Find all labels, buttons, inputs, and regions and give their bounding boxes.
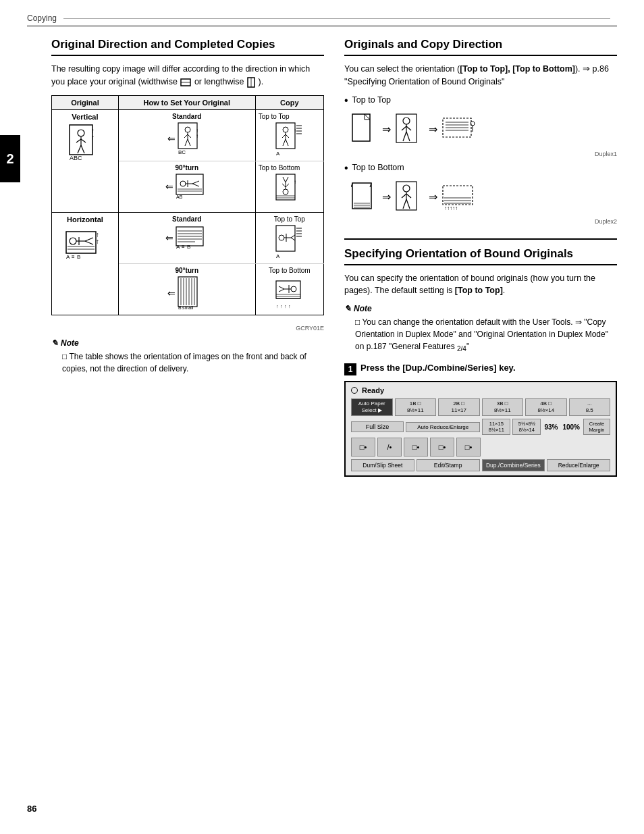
svg-line-30 bbox=[286, 139, 288, 146]
orientation-table: Original How to Set Your Original Copy V… bbox=[51, 95, 324, 315]
svg-line-62 bbox=[85, 238, 93, 241]
dup-combine-btn[interactable]: Dup./Combine/Series bbox=[482, 459, 545, 471]
top-to-top-diagram: ⇒ ⇒ bbox=[351, 111, 617, 148]
percent-93: 93% bbox=[543, 423, 559, 431]
svg-point-81 bbox=[279, 235, 284, 240]
top-to-bottom-person bbox=[395, 179, 425, 215]
lcd-header: Ready bbox=[351, 386, 610, 394]
svg-text:↑: ↑ bbox=[276, 304, 279, 309]
svg-line-86 bbox=[291, 238, 295, 240]
svg-point-5 bbox=[78, 130, 84, 136]
left-note-section: ✎ Note □ The table shows the orientation… bbox=[51, 338, 324, 375]
right-section1-heading: Originals and Copy Direction bbox=[344, 37, 617, 56]
lengthwise-icon bbox=[246, 76, 256, 88]
arrow-3: ⇒ bbox=[382, 190, 391, 203]
reduce-enlarge-btn[interactable]: Reduce/Enlarge bbox=[547, 459, 610, 471]
svg-line-143 bbox=[406, 194, 411, 198]
svg-line-51 bbox=[286, 184, 289, 187]
svg-text:A: A bbox=[276, 253, 280, 259]
duplex2-label: Duplex2 bbox=[344, 218, 617, 225]
svg-line-125 bbox=[406, 132, 410, 141]
svg-line-8 bbox=[81, 139, 86, 142]
svg-line-50 bbox=[282, 184, 286, 187]
svg-text:B: B bbox=[178, 305, 182, 310]
paper-buttons-row: Auto PaperSelect ▶ 1B □8½×11 2B □11×17 3… bbox=[351, 398, 610, 417]
top-to-top-paper1 bbox=[351, 113, 378, 147]
svg-point-25 bbox=[283, 127, 288, 132]
horizontal-original-diagram: A ≡ B ↑ ↑ bbox=[65, 226, 105, 260]
svg-line-18 bbox=[188, 134, 191, 138]
main-content: Original Direction and Completed Copies … bbox=[51, 37, 617, 477]
svg-point-15 bbox=[185, 127, 190, 132]
standard-vertical-set: BC ↑ ↑ bbox=[177, 122, 207, 155]
svg-line-145 bbox=[406, 199, 410, 209]
full-size-btn[interactable]: Full Size bbox=[351, 421, 404, 432]
svg-line-123 bbox=[406, 126, 411, 130]
svg-text:AB: AB bbox=[176, 194, 183, 199]
step1-indicator: 1 Press the [Dup./Combine/Series] key. bbox=[344, 363, 617, 375]
svg-rect-133 bbox=[352, 183, 371, 209]
svg-line-106 bbox=[279, 286, 284, 289]
svg-line-124 bbox=[403, 132, 406, 141]
svg-text:B: B bbox=[77, 254, 80, 260]
icon-btn-4[interactable]: □• bbox=[430, 438, 454, 457]
vertical-original-diagram: ABC ↑ ↑ bbox=[67, 124, 103, 161]
header-title: Copying bbox=[27, 14, 57, 23]
icon-btn-5[interactable]: □• bbox=[456, 438, 481, 457]
svg-line-53 bbox=[286, 177, 288, 182]
svg-text:ABC: ABC bbox=[70, 155, 82, 161]
icon-btn-1[interactable]: □• bbox=[351, 438, 375, 457]
icon-btn-2[interactable]: /• bbox=[377, 438, 402, 457]
svg-line-17 bbox=[184, 134, 188, 138]
paper-btn-4[interactable]: 4B □8½×14 bbox=[525, 398, 567, 417]
paper-btn-2[interactable]: 2B □11×17 bbox=[438, 398, 480, 417]
create-margin-btn[interactable]: CreateMargin bbox=[583, 419, 610, 435]
svg-line-10 bbox=[81, 145, 84, 153]
svg-line-116 bbox=[365, 114, 370, 120]
svg-line-20 bbox=[188, 139, 190, 146]
paper-btn-3[interactable]: 3B □8½×11 bbox=[482, 398, 524, 417]
table-code: GCRY01E bbox=[51, 325, 324, 332]
svg-line-63 bbox=[85, 241, 93, 244]
paper-btn-auto[interactable]: Auto PaperSelect ▶ bbox=[351, 398, 393, 417]
90turn-horizontal-set: B small bbox=[177, 276, 207, 311]
widthwise-icon bbox=[180, 78, 192, 87]
bullet-top-to-top: • Top to Top bbox=[344, 95, 617, 106]
edit-stamp-btn[interactable]: Edit/Stamp bbox=[417, 459, 480, 471]
size-opt-1[interactable]: 11×158½×11 bbox=[482, 419, 510, 435]
right-section2-body: You can specify the orientation of bound… bbox=[344, 272, 617, 298]
right-column: Originals and Copy Direction You can sel… bbox=[344, 37, 617, 477]
page-number: 86 bbox=[27, 804, 36, 814]
svg-text:↑: ↑ bbox=[91, 134, 95, 141]
icon-btn-3[interactable]: □• bbox=[404, 438, 428, 457]
svg-text:B: B bbox=[187, 244, 190, 250]
svg-text:↑: ↑ bbox=[294, 128, 296, 134]
col-original: Original bbox=[52, 95, 119, 109]
left-note-text: □ The table shows the orientation of ima… bbox=[51, 350, 324, 375]
svg-line-122 bbox=[402, 126, 406, 130]
tab-indicator: 2 bbox=[0, 135, 20, 182]
size-opt-2[interactable]: 5½×8½8½×14 bbox=[512, 419, 541, 435]
svg-rect-57 bbox=[66, 232, 96, 253]
svg-text:A: A bbox=[276, 151, 280, 157]
note-pencil-icon2: ✎ bbox=[344, 304, 351, 313]
dup-slip-btn[interactable]: Dum/Slip Sheet bbox=[351, 459, 414, 471]
paper-btn-more[interactable]: ...8.5 bbox=[569, 398, 611, 417]
svg-point-102 bbox=[291, 286, 296, 292]
bullet-dot-1: • bbox=[344, 95, 348, 106]
svg-line-107 bbox=[279, 289, 284, 292]
checkbox-symbol: □ bbox=[62, 352, 67, 361]
lcd-bottom-row: Dum/Slip Sheet Edit/Stamp Dup./Combine/S… bbox=[351, 459, 610, 471]
paper-btn-1[interactable]: 1B □8½×11 bbox=[395, 398, 437, 417]
auto-reduce-btn[interactable]: Auto Reduce/Enlarge bbox=[406, 422, 480, 432]
svg-text:small: small bbox=[182, 305, 194, 310]
svg-text:A: A bbox=[66, 254, 70, 260]
left-section-heading: Original Direction and Completed Copies bbox=[51, 37, 324, 56]
svg-text:↑: ↑ bbox=[288, 304, 291, 309]
percent-100: 100% bbox=[561, 423, 581, 431]
svg-rect-146 bbox=[443, 186, 473, 205]
svg-point-120 bbox=[403, 118, 410, 124]
svg-text:↑: ↑ bbox=[96, 238, 99, 245]
90turn-vertical-set: AB bbox=[175, 173, 209, 200]
step1-label: Press the [Dup./Combine/Series] key. bbox=[360, 363, 516, 373]
